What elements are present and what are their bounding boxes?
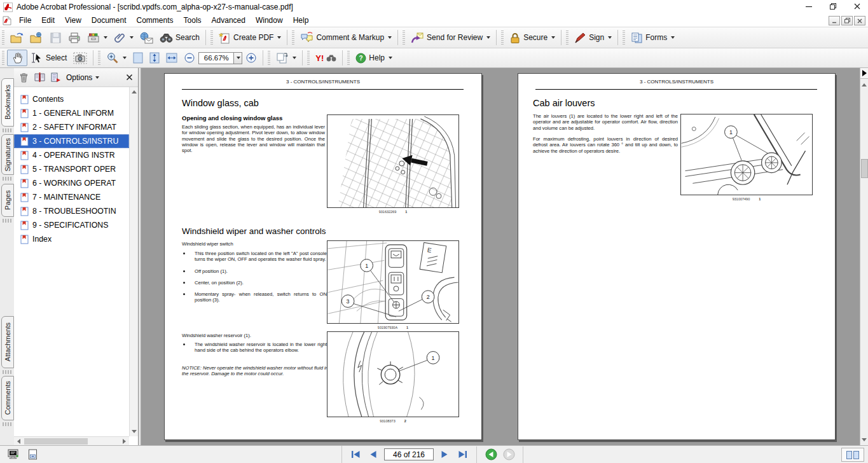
zoom-in-button[interactable]	[242, 51, 260, 65]
expand-bookmark-icon[interactable]	[34, 73, 45, 82]
open-web-button[interactable]	[27, 31, 46, 45]
toolbar-grip[interactable]	[268, 51, 270, 65]
toolbar-grip[interactable]	[501, 31, 504, 45]
snapshot-tool-button[interactable]	[70, 51, 90, 66]
last-page-button[interactable]	[455, 449, 469, 460]
panel-horizontal-scrollbar[interactable]	[14, 436, 129, 445]
search-button[interactable]: Search	[156, 31, 203, 45]
bookmark-item[interactable]: 5 - TRANSPORT OPER	[14, 162, 129, 176]
scroll-down-icon[interactable]	[862, 438, 867, 441]
delete-bookmark-icon[interactable]	[19, 73, 29, 83]
menu-item[interactable]: View	[60, 15, 86, 26]
previous-view-button[interactable]	[484, 449, 498, 460]
bookmark-item[interactable]: 6 - WORKING OPERAT	[14, 176, 129, 190]
toolbar-grip[interactable]	[210, 31, 213, 45]
bookmark-page-icon	[20, 109, 29, 118]
send-for-review-dropdown[interactable]: Send for Review	[408, 31, 493, 45]
bookmark-item[interactable]: 1 - GENERAL INFORM	[14, 106, 129, 120]
save-button[interactable]	[46, 31, 65, 45]
bookmark-item[interactable]: 8 - TROUBLESHOOTIN	[14, 204, 129, 218]
menu-item[interactable]: Comments	[132, 15, 179, 26]
zoom-tool-dropdown[interactable]	[103, 50, 130, 66]
page-size-icon[interactable]	[28, 449, 38, 460]
new-bookmark-icon[interactable]	[51, 73, 60, 82]
close-panel-button[interactable]	[126, 74, 133, 81]
toolbar-grip[interactable]	[566, 31, 568, 45]
create-pdf-dropdown[interactable]: Create PDF	[216, 31, 284, 45]
doc-close-button[interactable]	[854, 16, 865, 25]
scroll-thumb[interactable]	[24, 438, 88, 445]
print-button[interactable]	[65, 31, 84, 45]
page-indicator-input[interactable]	[384, 448, 434, 460]
pane-toggle-button[interactable]	[860, 68, 868, 79]
menu-item[interactable]: Tools	[179, 15, 207, 26]
bookmark-item[interactable]: 7 - MAINTENANCE	[14, 190, 129, 204]
attach-dropdown[interactable]	[111, 31, 137, 45]
scroll-up-icon[interactable]	[132, 90, 137, 93]
menu-item[interactable]: Advanced	[207, 15, 251, 26]
bookmark-item[interactable]: 2 - SAFETY INFORMAT	[14, 120, 129, 134]
bookmark-item[interactable]: 3 - CONTROLS/INSTRU	[14, 134, 129, 148]
zoom-level-combo[interactable]: 66.67%	[198, 52, 242, 64]
open-button[interactable]	[7, 31, 27, 45]
tab-pages[interactable]: Pages	[1, 184, 14, 217]
bookmark-item[interactable]: 9 - SPECIFICATIONS	[14, 218, 129, 232]
close-button[interactable]	[848, 0, 867, 13]
bookmark-item[interactable]: Contents	[14, 92, 129, 106]
menu-item[interactable]: Window	[251, 15, 288, 26]
menu-item[interactable]: Help	[288, 15, 314, 26]
organizer-dropdown[interactable]	[84, 31, 111, 45]
zoom-out-button[interactable]	[181, 51, 198, 65]
scroll-right-icon[interactable]	[123, 439, 126, 444]
tab-attachments[interactable]: Attachments	[1, 316, 14, 368]
tab-comments[interactable]: Comments	[1, 376, 14, 420]
bookmark-item[interactable]: 4 - OPERATING INSTR	[14, 148, 129, 162]
next-view-button[interactable]	[502, 449, 516, 460]
hand-tool-button[interactable]	[7, 50, 27, 66]
first-page-button[interactable]	[348, 449, 362, 460]
actual-size-button[interactable]	[130, 51, 146, 65]
toolbar-grip[interactable]	[2, 31, 4, 45]
menu-item[interactable]: Document	[86, 15, 132, 26]
toolbar-grip[interactable]	[292, 31, 294, 45]
panel-vertical-scrollbar[interactable]	[129, 87, 138, 436]
options-dropdown[interactable]: Options	[66, 73, 99, 82]
scroll-up-icon[interactable]	[862, 83, 867, 86]
tab-bookmarks[interactable]: Bookmarks	[1, 78, 14, 127]
scroll-down-icon[interactable]	[132, 430, 137, 433]
yahoo-search-button[interactable]: Y!	[312, 52, 340, 64]
page-display-dropdown[interactable]	[273, 50, 300, 66]
select-tool-button[interactable]: Select	[27, 51, 70, 65]
next-page-button[interactable]	[437, 449, 451, 460]
sign-dropdown[interactable]: Sign	[571, 31, 615, 45]
fit-page-button[interactable]	[146, 51, 163, 65]
restore-button[interactable]	[823, 0, 843, 13]
toolbar-grip[interactable]	[307, 51, 310, 65]
minimize-button[interactable]	[799, 0, 818, 13]
menu-item[interactable]: Edit	[36, 15, 60, 26]
fullscreen-view-icon[interactable]	[8, 449, 19, 460]
menu-item[interactable]: File	[14, 15, 36, 26]
scroll-left-icon[interactable]	[17, 439, 20, 444]
document-vertical-scrollbar[interactable]	[860, 68, 868, 445]
forms-dropdown[interactable]: Forms	[628, 31, 678, 45]
help-dropdown[interactable]: ?Help	[352, 52, 396, 65]
email-button[interactable]	[137, 31, 156, 45]
comment-markup-dropdown[interactable]: Comment & Markup	[297, 31, 395, 45]
doc-restore-button[interactable]	[841, 16, 853, 25]
tab-signatures[interactable]: Signatures	[1, 134, 14, 175]
toolbar-grip[interactable]	[623, 31, 625, 45]
fit-width-button[interactable]	[163, 51, 181, 65]
scroll-thumb[interactable]	[861, 159, 868, 178]
toolbar-grip[interactable]	[347, 51, 350, 65]
two-page-view-button[interactable]	[841, 448, 864, 462]
zoom-level-dropdown-button[interactable]	[234, 52, 242, 64]
secure-dropdown[interactable]: Secure	[506, 31, 558, 45]
zoom-level-value[interactable]: 66.67%	[198, 52, 234, 64]
toolbar-grip[interactable]	[98, 51, 100, 65]
doc-minimize-button[interactable]	[829, 16, 840, 25]
toolbar-grip[interactable]	[2, 51, 4, 65]
prev-page-button[interactable]	[366, 449, 380, 460]
bookmark-item[interactable]: Index	[14, 232, 129, 246]
toolbar-grip[interactable]	[403, 31, 405, 45]
